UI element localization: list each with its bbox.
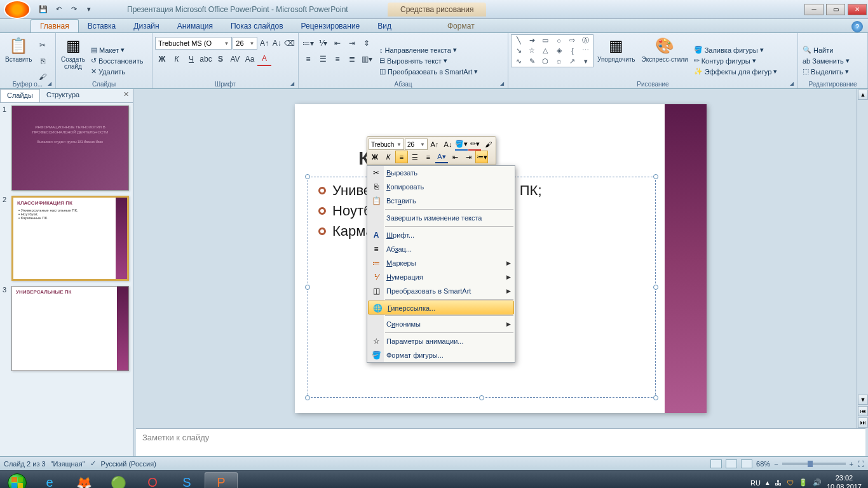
mini-align-center-icon[interactable]: ☰	[409, 151, 421, 163]
align-right-icon[interactable]: ≡	[330, 52, 344, 66]
shape-dropdown-icon[interactable]: ▾	[580, 57, 592, 66]
tab-review[interactable]: Рецензирование	[292, 20, 369, 32]
tab-format[interactable]: Формат	[438, 20, 484, 32]
text-direction-button[interactable]: ↕Направление текста ▾	[377, 45, 480, 55]
strikethrough-icon[interactable]: abc	[199, 52, 213, 66]
shape-freeform-icon[interactable]: ✎	[526, 57, 538, 66]
shape-line-icon[interactable]: ╲	[512, 36, 525, 45]
font-size-combo[interactable]: 26▼	[233, 37, 257, 50]
shape-hexagon-icon[interactable]: ⬡	[539, 57, 552, 66]
tab-slideshow[interactable]: Показ слайдов	[222, 20, 292, 32]
copy-icon[interactable]: ⎘	[36, 54, 50, 68]
panel-tab-outline[interactable]: Структура	[40, 89, 86, 102]
font-name-combo[interactable]: Trebuchet MS (О▼	[155, 37, 232, 50]
slide-canvas[interactable]: КИЯ ПК Универсальные настольные ПК; Ноут…	[133, 89, 868, 428]
tray-volume-icon[interactable]: 🔊	[813, 478, 822, 487]
mini-font-combo[interactable]: Trebuch▼	[369, 139, 404, 150]
menu-animation[interactable]: ☆Параметры анимации...	[367, 334, 515, 348]
mini-bullets-icon[interactable]: ≔▾	[475, 151, 488, 163]
menu-hyperlink[interactable]: 🌐Гиперссылка...	[368, 301, 514, 315]
find-button[interactable]: 🔍Найти	[801, 45, 865, 55]
numbering-icon[interactable]: ⅟▾	[316, 36, 330, 50]
menu-smartart[interactable]: ◫Преобразовать в SmartArt▶	[367, 284, 515, 298]
reset-button[interactable]: ↺Восстановить	[89, 56, 145, 65]
shrink-font-icon[interactable]: A↓	[442, 138, 454, 151]
menu-copy[interactable]: ⎘Копировать	[367, 180, 515, 194]
next-slide-icon[interactable]: ⏭	[858, 417, 868, 428]
tray-network-icon[interactable]: 🖧	[775, 479, 782, 487]
format-painter-icon[interactable]: 🖌	[482, 138, 494, 151]
vertical-scrollbar[interactable]: ▲ ▼ ⏮ ⏭	[857, 89, 868, 428]
shadow-icon[interactable]: S	[214, 52, 227, 66]
arrange-button[interactable]: ▦ Упорядочить	[595, 34, 638, 87]
start-button[interactable]	[3, 472, 32, 489]
grow-font-icon[interactable]: A↑	[428, 138, 441, 151]
dialog-launcher-icon[interactable]: ◢	[790, 81, 796, 87]
zoom-level[interactable]: 68%	[756, 460, 770, 468]
minimize-button[interactable]: ─	[804, 4, 824, 15]
shape-outline-button[interactable]: ✏Контур фигуры ▾	[692, 56, 780, 65]
spellcheck-icon[interactable]: ✓	[90, 459, 96, 468]
shape-arrow2-icon[interactable]: ⇨	[566, 36, 579, 45]
redo-icon[interactable]: ↷	[67, 3, 80, 16]
replace-button[interactable]: abЗаменить ▾	[801, 56, 865, 65]
align-center-icon[interactable]: ☰	[316, 52, 330, 66]
underline-button[interactable]: Ч	[184, 52, 198, 66]
maximize-button[interactable]: ▭	[826, 4, 845, 15]
qat-customize-icon[interactable]: ▾	[83, 3, 95, 16]
mini-increase-indent-icon[interactable]: ⇥	[462, 151, 475, 163]
zoom-thumb[interactable]	[808, 461, 813, 467]
taskbar-opera[interactable]: O	[136, 472, 169, 489]
tab-home[interactable]: Главная	[31, 19, 79, 32]
font-color-icon[interactable]: A	[257, 52, 271, 66]
tray-lang[interactable]: RU	[750, 479, 761, 487]
clear-format-icon[interactable]: ⌫	[283, 36, 295, 50]
panel-tab-slides[interactable]: Слайды	[0, 89, 40, 102]
shape-arrow-icon[interactable]: ➔	[526, 36, 538, 45]
normal-view-button[interactable]	[710, 459, 722, 468]
shape-curve-icon[interactable]: ∿	[512, 57, 525, 66]
select-button[interactable]: ⬚Выделить ▾	[801, 67, 865, 76]
delete-slide-button[interactable]: ✕Удалить	[89, 67, 145, 76]
char-spacing-icon[interactable]: AV	[228, 52, 242, 66]
menu-paragraph[interactable]: ≡Абзац...	[367, 242, 515, 256]
taskbar-chrome[interactable]: 🟢	[102, 472, 135, 489]
tray-battery-icon[interactable]: 🔋	[799, 478, 808, 487]
line-spacing-icon[interactable]: ⇕	[360, 36, 374, 50]
tab-view[interactable]: Вид	[369, 20, 400, 32]
shape-arrow3-icon[interactable]: ↗	[566, 57, 579, 66]
resize-handle[interactable]	[653, 285, 658, 290]
tray-flag-icon[interactable]: ▴	[766, 478, 770, 487]
resize-handle[interactable]	[653, 395, 658, 400]
taskbar-ie[interactable]: e	[33, 472, 66, 489]
mini-font-color-icon[interactable]: A▾	[435, 151, 448, 163]
shape-textbox-icon[interactable]: Ⓐ	[580, 36, 592, 45]
scroll-down-icon[interactable]: ▼	[858, 395, 868, 405]
taskbar-powerpoint[interactable]: P	[205, 472, 238, 489]
shape-effects-button[interactable]: ✨Эффекты для фигур ▾	[692, 67, 780, 76]
columns-icon[interactable]: ▥▾	[360, 52, 374, 66]
align-text-button[interactable]: ⊟Выровнять текст ▾	[377, 56, 480, 65]
help-button[interactable]: ?	[851, 21, 863, 32]
increase-indent-icon[interactable]: ⇥	[345, 36, 359, 50]
close-button[interactable]: ✕	[848, 4, 867, 15]
menu-numbering[interactable]: ⅟Нумерация▶	[367, 270, 515, 284]
cut-icon[interactable]: ✂	[36, 38, 50, 52]
dialog-launcher-icon[interactable]: ◢	[48, 81, 54, 87]
change-case-icon[interactable]: Aa	[243, 52, 257, 66]
mini-italic-button[interactable]: К	[382, 151, 395, 163]
menu-synonyms[interactable]: Синонимы▶	[367, 317, 515, 331]
resize-handle[interactable]	[305, 285, 310, 290]
zoom-out-icon[interactable]: −	[774, 460, 778, 468]
tray-clock[interactable]: 23:0210.08.2017	[827, 474, 865, 488]
menu-end-edit[interactable]: Завершить изменение текста	[367, 211, 515, 225]
shape-fill-button[interactable]: 🪣Заливка фигуры ▾	[692, 45, 780, 55]
resize-handle[interactable]	[479, 395, 484, 400]
mini-decrease-indent-icon[interactable]: ⇤	[449, 151, 461, 163]
decrease-indent-icon[interactable]: ⇤	[330, 36, 344, 50]
shape-triangle-icon[interactable]: △	[539, 46, 552, 55]
menu-cut[interactable]: ✂Вырезать	[367, 166, 515, 180]
menu-font[interactable]: AШрифт...	[367, 228, 515, 242]
menu-bullets[interactable]: ≔Маркеры▶	[367, 256, 515, 270]
shape-brace-icon[interactable]: {	[566, 46, 579, 55]
